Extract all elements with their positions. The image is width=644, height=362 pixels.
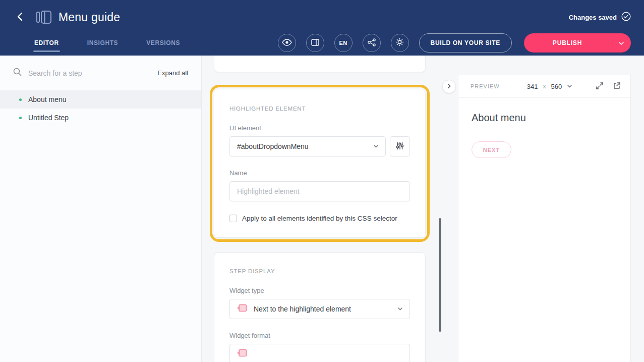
preview-next-button[interactable]: NEXT	[472, 141, 511, 158]
layout-button[interactable]	[306, 34, 324, 52]
preview-size-dropdown[interactable]: 341 x 560	[527, 83, 572, 90]
check-circle-icon	[621, 12, 631, 23]
ui-element-label: UI element	[229, 124, 410, 132]
step-label: Untitled Step	[28, 114, 69, 122]
preview-step-title: About menu	[472, 112, 617, 124]
section-title: HIGHLIGHTED ELEMENT	[229, 106, 410, 112]
step-label: About menu	[28, 95, 67, 104]
expand-icon	[596, 82, 604, 91]
search-icon	[13, 68, 22, 78]
sliders-icon	[395, 141, 404, 152]
widget-tooltip-icon	[237, 304, 247, 314]
top-navbar: Menu guide Changes saved EDITOR INSIGHTS…	[0, 0, 644, 56]
publish-dropdown-button[interactable]	[611, 33, 631, 53]
apply-all-label: Apply to all elements identified by this…	[242, 215, 397, 222]
name-label: Name	[229, 169, 410, 177]
steps-sidebar: Expand all About menu Untitled Step	[0, 56, 202, 362]
guide-logo-icon	[36, 11, 51, 24]
highlighted-element-card: HIGHLIGHTED ELEMENT UI element #aboutDro…	[214, 89, 426, 238]
layout-icon	[311, 39, 319, 47]
expand-all-button[interactable]: Expand all	[157, 69, 188, 77]
tab-versions[interactable]: VERSIONS	[146, 39, 180, 46]
external-link-icon	[613, 82, 621, 91]
share-button[interactable]	[363, 34, 381, 52]
ui-element-select[interactable]: #aboutDropdownMenu	[229, 136, 386, 157]
tab-insights[interactable]: INSIGHTS	[87, 39, 118, 46]
publish-split-button: PUBLISH	[524, 33, 631, 53]
language-button[interactable]: EN	[334, 34, 353, 52]
changes-saved-status: Changes saved	[569, 12, 631, 23]
preview-title: PREVIEW	[471, 83, 500, 89]
chevron-down-icon	[374, 145, 378, 148]
language-label: EN	[339, 40, 347, 46]
step-item-untitled-step[interactable]: Untitled Step	[0, 109, 201, 127]
back-button[interactable]	[13, 11, 26, 24]
publish-button[interactable]: PUBLISH	[524, 33, 611, 53]
chevron-down-icon	[567, 85, 572, 88]
editor-scrollbar-thumb[interactable]	[439, 218, 441, 332]
widget-format-select[interactable]	[229, 344, 410, 362]
build-on-your-site-button[interactable]: BUILD ON YOUR SITE	[419, 33, 512, 53]
app-window: Menu guide Changes saved EDITOR INSIGHTS…	[0, 0, 644, 362]
navbar-title-row: Menu guide Changes saved	[0, 0, 644, 30]
search-step-input[interactable]	[28, 69, 151, 77]
preview-content: About menu NEXT	[458, 98, 630, 172]
step-editor-panel: HIGHLIGHTED ELEMENT UI element #aboutDro…	[202, 56, 442, 362]
section-title: STEP DISPLAY	[229, 268, 410, 274]
widget-type-label: Widget type	[229, 287, 410, 294]
share-icon	[368, 38, 376, 48]
preview-open-external-button[interactable]	[609, 79, 624, 94]
chevron-left-icon	[17, 12, 23, 23]
changes-saved-label: Changes saved	[569, 14, 617, 21]
preview-fullscreen-button[interactable]	[592, 79, 607, 94]
widget-type-value: Next to the highlighted element	[254, 305, 351, 313]
ui-element-value: #aboutDropdownMenu	[237, 142, 309, 150]
navbar-actions: EN	[278, 33, 631, 53]
chevron-down-icon	[619, 39, 624, 47]
preview-actions	[590, 79, 624, 94]
step-search-row: Expand all	[13, 68, 188, 78]
card-above-partial	[214, 56, 426, 72]
chevron-right-icon	[447, 83, 451, 90]
highlighted-card-focus-ring: HIGHLIGHTED ELEMENT UI element #aboutDro…	[210, 85, 430, 242]
apply-all-row: Apply to all elements identified by this…	[229, 215, 410, 222]
tab-editor[interactable]: EDITOR	[34, 39, 59, 46]
step-status-dot	[19, 98, 22, 101]
widget-format-label: Widget format	[229, 332, 410, 339]
preview-eye-button[interactable]	[278, 34, 296, 52]
widget-tooltip-icon	[237, 349, 247, 359]
page-title: Menu guide	[58, 11, 120, 24]
preview-width-value: 341	[527, 83, 538, 90]
step-item-about-menu[interactable]: About menu	[0, 90, 201, 109]
step-list: About menu Untitled Step	[0, 90, 201, 127]
step-display-card: STEP DISPLAY Widget type Next to the hig…	[214, 252, 426, 362]
step-status-dot	[19, 117, 22, 119]
settings-button[interactable]	[391, 34, 409, 52]
preview-header: PREVIEW 341 x 560	[458, 75, 630, 98]
navbar-tabs-row: EDITOR INSIGHTS VERSIONS EN	[0, 30, 644, 56]
chevron-down-icon	[398, 307, 402, 311]
preview-size-separator: x	[543, 83, 546, 90]
selector-settings-button[interactable]	[390, 136, 410, 157]
collapse-preview-button[interactable]	[442, 80, 456, 93]
element-name-input[interactable]	[229, 181, 410, 201]
preview-panel: PREVIEW 341 x 560	[458, 75, 631, 362]
widget-type-select[interactable]: Next to the highlighted element	[229, 299, 410, 319]
eye-icon	[282, 39, 292, 47]
apply-all-checkbox[interactable]	[229, 215, 237, 222]
gear-icon	[395, 38, 404, 48]
preview-height-value: 560	[551, 83, 562, 90]
